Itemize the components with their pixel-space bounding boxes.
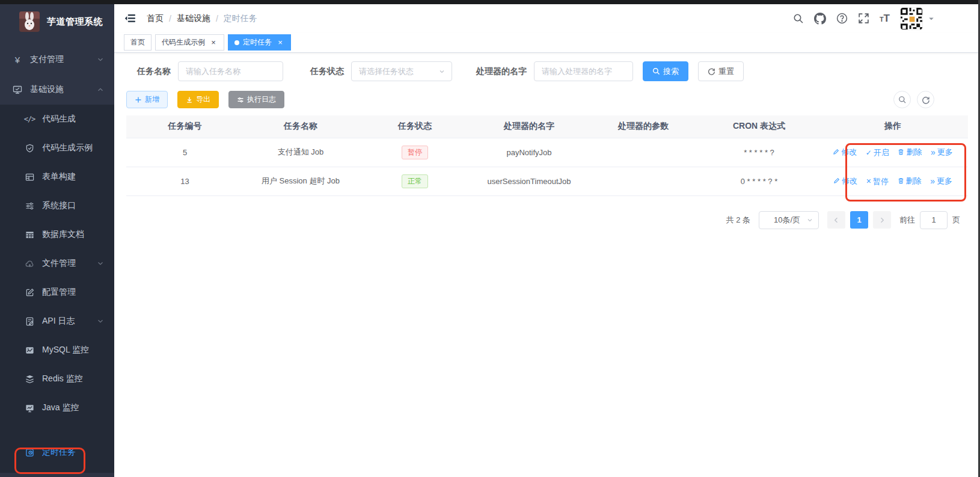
tab-label: 定时任务 (243, 37, 272, 48)
caret-down-icon (928, 15, 935, 22)
edit-link[interactable]: 修改 (833, 176, 857, 186)
column-header-handler-param: 处理器的参数 (586, 115, 700, 138)
page-number-button[interactable]: 1 (850, 211, 868, 229)
filter-form: 任务名称 任务状态 请选择任务状态 处理器的名字 搜索 重置 (126, 61, 968, 81)
edit-square-icon (24, 288, 35, 297)
logo[interactable]: 芋道管理系统 (0, 0, 114, 37)
table-row: 13 用户 Session 超时 Job 正常 userSessionTimeo… (126, 167, 968, 195)
fullscreen-icon[interactable] (858, 13, 869, 24)
enable-link[interactable]: 开启 (866, 147, 889, 158)
shield-check-icon (24, 144, 35, 153)
check-icon (866, 148, 872, 157)
sidebar-item-form-builder[interactable]: 表单构建 (0, 162, 114, 191)
close-icon[interactable] (209, 38, 218, 47)
search-icon[interactable] (793, 13, 804, 24)
sidebar-item-scheduled-tasks[interactable]: 定时任务 (0, 438, 114, 467)
chevron-up-icon (96, 85, 105, 94)
more-link[interactable]: 更多 (930, 176, 952, 186)
help-icon[interactable] (836, 13, 848, 24)
column-header-handler-name: 处理器的名字 (472, 115, 586, 138)
more-link-label: 更多 (937, 147, 953, 158)
tab-label: 首页 (130, 37, 145, 48)
sidebar-item-database-doc[interactable]: 数据库文档 (0, 220, 114, 249)
cell-task-status: 暂停 (358, 138, 472, 167)
chevron-right-icon (878, 217, 886, 224)
search-icon (652, 67, 660, 75)
sidebar-item-label: 基础设施 (30, 84, 96, 95)
task-status-select[interactable]: 请选择任务状态 (351, 61, 452, 81)
breadcrumb-infrastructure[interactable]: 基础设施 (177, 13, 210, 24)
table-toolbar: 新增 导出 执行日志 (126, 91, 968, 108)
handler-name-input[interactable] (534, 61, 633, 81)
export-button-label: 导出 (196, 94, 210, 105)
search-icon (898, 96, 907, 104)
more-link[interactable]: 更多 (931, 147, 953, 158)
tab-home[interactable]: 首页 (124, 34, 152, 51)
download-icon (186, 96, 193, 103)
sidebar-item-code-generation[interactable]: </> 代码生成 (0, 105, 114, 134)
column-header-task-name: 任务名称 (243, 115, 358, 138)
page-size-select[interactable]: 10条/页 (759, 211, 819, 229)
export-button[interactable]: 导出 (177, 91, 219, 108)
sidebar-item-api-log[interactable]: API 日志 (0, 307, 114, 336)
add-button[interactable]: 新增 (126, 91, 168, 108)
sidebar-item-label: Java 监控 (42, 402, 79, 413)
chevron-down-icon (96, 55, 105, 64)
sidebar-item-infrastructure[interactable]: 基础设施 (0, 75, 114, 105)
reset-button[interactable]: 重置 (698, 61, 744, 81)
table-header-row: 任务编号 任务名称 任务状态 处理器的名字 处理器的参数 CRON 表达式 操作 (126, 115, 968, 138)
tab-code-generation-demo[interactable]: 代码生成示例 (155, 34, 224, 51)
pause-link-label: 暂停 (873, 176, 889, 187)
sidebar-item-label: 配置管理 (42, 287, 76, 298)
show-search-toggle-button[interactable] (893, 91, 911, 108)
edit-link[interactable]: 修改 (833, 147, 857, 158)
tab-scheduled-tasks[interactable]: 定时任务 (228, 34, 291, 51)
github-icon[interactable] (814, 13, 826, 25)
mysql-monitor-icon (24, 346, 35, 355)
sidebar-item-code-generation-demo[interactable]: 代码生成示例 (0, 134, 114, 162)
app-title: 芋道管理系统 (47, 16, 103, 28)
sidebar-item-mysql-monitor[interactable]: MySQL 监控 (0, 336, 114, 365)
timer-icon (24, 448, 35, 457)
pause-link[interactable]: 暂停 (866, 176, 889, 187)
sidebar-item-label: 代码生成 (42, 114, 76, 125)
sidebar-collapse-icon[interactable] (124, 13, 136, 23)
delete-link-label: 删除 (906, 176, 922, 186)
column-header-cron: CRON 表达式 (700, 115, 818, 138)
sidebar-item-payment[interactable]: ¥ 支付管理 (0, 45, 114, 75)
delete-link[interactable]: 删除 (898, 176, 922, 186)
sidebar-item-label: Redis 监控 (42, 374, 83, 384)
font-size-icon[interactable]: TT (880, 13, 890, 23)
task-name-input[interactable] (178, 61, 283, 81)
breadcrumb: 首页 / 基础设施 / 定时任务 (147, 13, 257, 24)
sidebar-item-java-monitor[interactable]: Java 监控 (0, 393, 114, 422)
trash-icon (898, 177, 904, 184)
status-badge: 暂停 (402, 146, 428, 159)
breadcrumb-separator: / (216, 14, 218, 23)
search-button[interactable]: 搜索 (643, 61, 688, 81)
goto-page-input[interactable] (920, 211, 948, 229)
avatar (900, 7, 923, 30)
sidebar-item-system-api[interactable]: 系统接口 (0, 191, 114, 220)
delete-link[interactable]: 删除 (898, 147, 922, 158)
edit-icon (833, 149, 839, 155)
select-placeholder: 请选择任务状态 (359, 66, 438, 77)
execution-log-button[interactable]: 执行日志 (228, 91, 284, 108)
sidebar-item-config-management[interactable]: 配置管理 (0, 278, 114, 307)
cloud-icon (24, 259, 35, 268)
user-menu[interactable] (900, 7, 935, 30)
cell-handler-name: payNotifyJob (472, 138, 586, 167)
pagination: 共 2 条 10条/页 1 前往 页 (126, 211, 960, 229)
sidebar-item-redis-monitor[interactable]: Redis 监控 (0, 365, 114, 393)
breadcrumb-home[interactable]: 首页 (147, 13, 164, 24)
table-tools (893, 91, 934, 108)
close-icon[interactable] (276, 38, 284, 47)
prev-page-button[interactable] (827, 211, 845, 229)
app-root: 芋道管理系统 ¥ 支付管理 基础设施 </> 代码生成 (0, 0, 980, 477)
sidebar-item-file-management[interactable]: 文件管理 (0, 249, 114, 278)
double-chevron-icon (931, 147, 936, 157)
refresh-table-button[interactable] (917, 91, 934, 108)
next-page-button[interactable] (873, 211, 891, 229)
cell-handler-param (586, 138, 700, 167)
reset-button-label: 重置 (718, 66, 734, 77)
